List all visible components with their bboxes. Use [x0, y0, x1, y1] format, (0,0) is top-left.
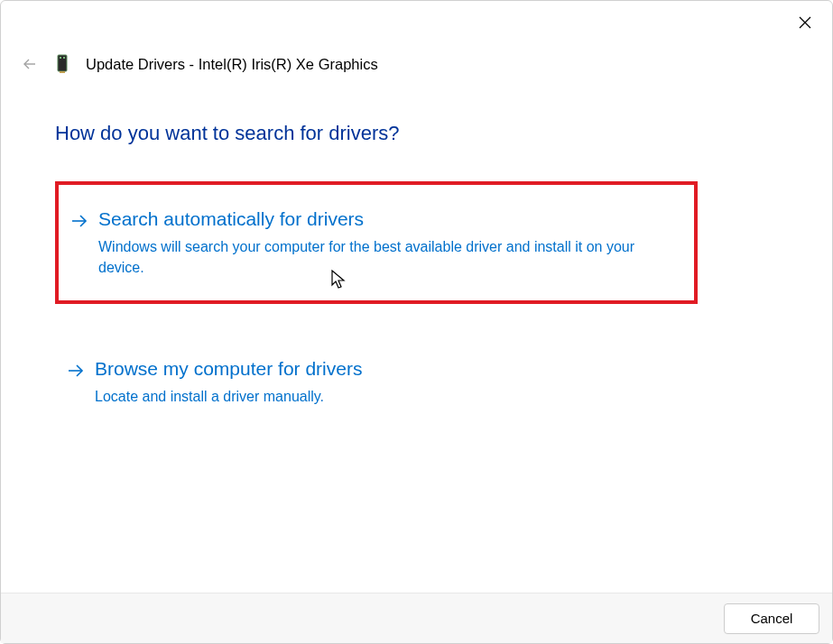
- svg-rect-6: [60, 71, 65, 73]
- cancel-button[interactable]: Cancel: [724, 603, 819, 634]
- option-description: Windows will search your computer for th…: [98, 236, 658, 278]
- option-title: Browse my computer for drivers: [95, 356, 680, 381]
- close-icon: [798, 15, 812, 30]
- search-automatically-option[interactable]: Search automatically for drivers Windows…: [55, 181, 698, 304]
- svg-rect-4: [60, 57, 61, 59]
- arrow-right-icon: [69, 211, 89, 235]
- option-title: Search automatically for drivers: [98, 207, 676, 231]
- back-button[interactable]: [21, 55, 39, 73]
- svg-rect-3: [58, 55, 67, 71]
- update-drivers-dialog: Update Drivers - Intel(R) Iris(R) Xe Gra…: [0, 0, 833, 644]
- back-arrow-icon: [22, 56, 38, 72]
- arrow-right-icon: [66, 361, 86, 384]
- page-heading: How do you want to search for drivers?: [55, 122, 400, 145]
- option-description: Locate and install a driver manually.: [95, 386, 654, 407]
- browse-computer-option[interactable]: Browse my computer for drivers Locate an…: [55, 340, 698, 427]
- device-icon: [55, 53, 69, 75]
- svg-rect-5: [63, 57, 65, 59]
- close-button[interactable]: [794, 12, 816, 33]
- dialog-footer: Cancel: [1, 593, 832, 643]
- dialog-title: Update Drivers - Intel(R) Iris(R) Xe Gra…: [86, 56, 378, 73]
- dialog-header: Update Drivers - Intel(R) Iris(R) Xe Gra…: [21, 53, 378, 75]
